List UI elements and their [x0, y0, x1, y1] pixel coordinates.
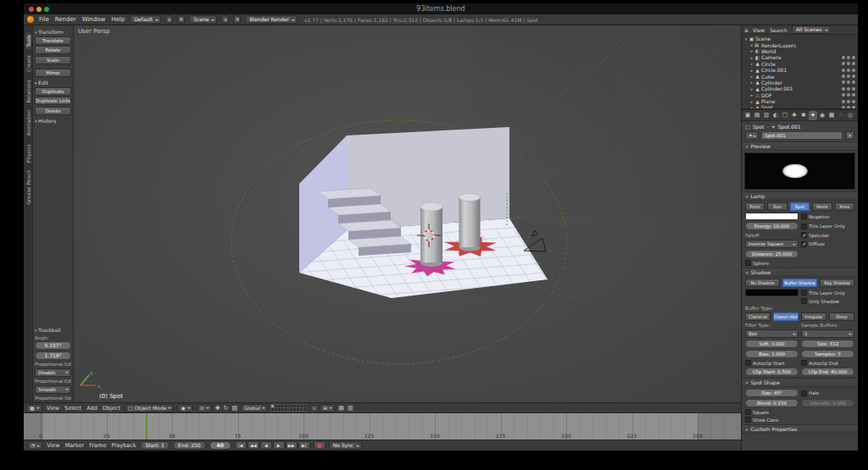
selectability-toggle-icon[interactable]	[847, 100, 850, 103]
frame-end-field[interactable]: End: 250	[173, 441, 206, 450]
toolshelf-tab-create[interactable]: Create	[25, 53, 31, 75]
render-engine-dropdown[interactable]: Blender Render	[245, 15, 298, 24]
diffuse-checkbox[interactable]	[801, 241, 807, 247]
square-checkbox[interactable]	[745, 409, 751, 415]
minimize-window-button[interactable]	[36, 7, 42, 12]
section-preview[interactable]: Preview	[742, 141, 858, 151]
clip-start-slider[interactable]: Clip Start: 0.500	[745, 368, 798, 376]
prev-keyframe-button[interactable]: ◀◀	[248, 441, 259, 450]
panel-header-edit[interactable]: Edit	[35, 80, 71, 86]
render-toggle-icon[interactable]	[852, 75, 855, 78]
outliner-menu-view[interactable]: View	[752, 27, 765, 33]
orientation-dropdown[interactable]: Global	[241, 404, 268, 412]
tab-texture-icon[interactable]: ▦	[827, 111, 836, 120]
render-toggle-icon[interactable]	[852, 93, 855, 97]
add-scene-button[interactable]: +	[221, 15, 229, 24]
delete-layout-button[interactable]: ✕	[177, 15, 185, 24]
toolshelf-tab-relations[interactable]: Relations	[25, 77, 31, 106]
this-layer-only-checkbox[interactable]	[801, 224, 807, 229]
outliner-item-cylinder[interactable]: ▸▲Cylinder	[742, 80, 858, 86]
tab-world-icon[interactable]: ◐	[771, 111, 780, 120]
trackball-angle-x-field[interactable]: 5.157°	[35, 341, 71, 350]
falloff-dropdown[interactable]: Inverse Square	[745, 240, 798, 248]
panel-header-trackball[interactable]: Trackball	[35, 327, 71, 333]
sphere-checkbox[interactable]	[745, 260, 751, 266]
zoom-window-button[interactable]	[44, 7, 49, 12]
outliner-item-plane[interactable]: ▸▲Plane	[742, 98, 858, 104]
outliner-menu-search[interactable]: Search	[769, 27, 788, 33]
timeline-ruler[interactable]: 0255075100125150175200225250	[24, 412, 741, 440]
outliner-item-camera[interactable]: ▸◧Camera	[742, 54, 858, 60]
render-toggle-icon[interactable]	[852, 100, 855, 103]
lamp-type-hemi-button[interactable]: Hemi	[812, 202, 832, 211]
close-window-button[interactable]	[29, 7, 34, 12]
visibility-toggle-icon[interactable]	[842, 56, 845, 59]
visibility-toggle-icon[interactable]	[842, 100, 845, 103]
autoclip-start-checkbox[interactable]	[745, 360, 751, 366]
selectability-toggle-icon[interactable]	[847, 93, 850, 97]
only-shadow-checkbox[interactable]	[801, 298, 807, 304]
sync-dropdown[interactable]: No Sync	[329, 441, 363, 450]
tab-modifiers-icon[interactable]: ✱	[799, 111, 808, 120]
mode-dropdown[interactable]: □Object Mode	[125, 404, 174, 412]
render-toggle-icon[interactable]	[852, 56, 855, 59]
panel-header-transform[interactable]: Transform	[35, 29, 71, 35]
selectability-toggle-icon[interactable]	[847, 106, 850, 108]
timeline-menu-playback[interactable]: Playback	[110, 442, 136, 449]
menu-file[interactable]: File	[38, 16, 50, 23]
next-keyframe-button[interactable]: ▶▶	[286, 441, 298, 450]
timeline-menu-marker[interactable]: Marker	[64, 442, 85, 449]
buffer-classical-button[interactable]: Classical	[745, 312, 771, 321]
no-shadow-button[interactable]: No Shadow	[745, 279, 780, 287]
tab-constraints-icon[interactable]: ✚	[790, 111, 798, 120]
tab-particles-icon[interactable]: ∴	[837, 111, 845, 120]
rotate-button[interactable]: Rotate	[35, 46, 71, 54]
section-shadow[interactable]: Shadow	[742, 268, 858, 277]
filter-type-dropdown[interactable]: Box	[745, 329, 798, 338]
buffer-size-slider[interactable]: Size: 512	[801, 340, 854, 348]
lamp-name-field[interactable]: Spot.001	[761, 131, 843, 140]
outliner-item-renderlayers[interactable]: ▸▤RenderLayers	[742, 41, 858, 47]
outliner-item-world[interactable]: ▸◐World	[742, 48, 858, 54]
ray-shadow-button[interactable]: Ray Shadow	[820, 279, 854, 287]
visibility-toggle-icon[interactable]	[842, 80, 845, 84]
shadow-this-layer-checkbox[interactable]	[801, 290, 807, 296]
render-toggle-icon[interactable]	[852, 80, 855, 84]
visibility-toggle-icon[interactable]	[842, 93, 845, 97]
buffer-deep-button[interactable]: Deep	[829, 312, 854, 321]
opengl-render-icon[interactable]: ▤	[338, 404, 344, 412]
record-button[interactable]: ●	[314, 441, 326, 450]
add-layout-button[interactable]: +	[165, 15, 173, 24]
pivot-dropdown[interactable]: ⊙	[197, 404, 212, 412]
delete-button[interactable]: Delete	[35, 107, 71, 115]
buffer-irregular-button[interactable]: Irregular	[801, 312, 826, 321]
jump-start-button[interactable]: |◀	[235, 441, 247, 450]
proportional-falloff-dropdown[interactable]: Smooth	[35, 385, 71, 394]
play-button[interactable]: ▶	[273, 441, 285, 450]
viewport-menu-view[interactable]: View	[46, 405, 60, 412]
spot-blend-slider[interactable]: Blend: 0.150	[745, 399, 798, 407]
toolshelf-tab-tools[interactable]: Tools	[25, 32, 31, 50]
current-frame-field[interactable]: 40	[209, 441, 231, 450]
selectability-toggle-icon[interactable]	[847, 69, 850, 72]
visibility-toggle-icon[interactable]	[842, 87, 845, 91]
specular-checkbox[interactable]	[801, 232, 807, 238]
toolshelf-tab-physics[interactable]: Physics	[25, 141, 31, 165]
bias-slider[interactable]: Bias: 1.000	[745, 350, 798, 358]
selectability-toggle-icon[interactable]	[847, 75, 850, 78]
viewport-menu-object[interactable]: Object	[102, 405, 121, 412]
3d-viewport[interactable]: User Persp x y (0) Spot	[74, 25, 741, 402]
duplicate-linked-button[interactable]: Duplicate Linked	[35, 97, 71, 105]
samples-slider[interactable]: Samples: 3	[801, 350, 854, 358]
menu-help[interactable]: Help	[110, 16, 125, 23]
opengl-render-anim-icon[interactable]: ▥	[348, 404, 353, 412]
manipulator-scale-icon[interactable]: ▧	[231, 404, 237, 412]
selectability-toggle-icon[interactable]	[847, 56, 850, 59]
translate-button[interactable]: Translate	[35, 36, 71, 45]
outliner-item-spot[interactable]: ▸✦Spot	[742, 104, 858, 108]
outliner-editor-icon[interactable]: ≡	[744, 27, 748, 33]
tab-lamp-data-icon[interactable]: ✦	[809, 111, 817, 120]
snap-mode-dropdown[interactable]: ⊞	[320, 404, 335, 412]
breadcrumb-object[interactable]: Spot	[753, 124, 765, 130]
toolshelf-tab-animation[interactable]: Animation	[25, 108, 31, 139]
